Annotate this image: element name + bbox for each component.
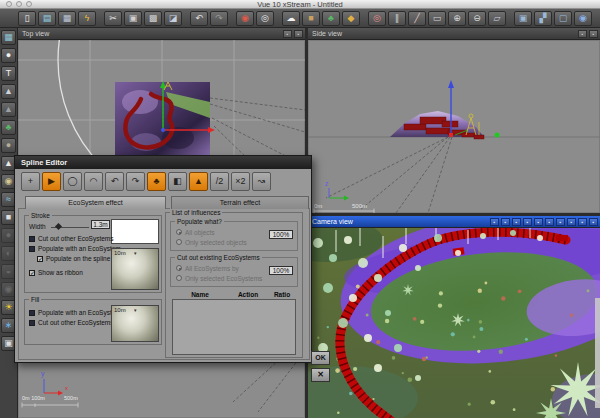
spline-editor-dialog[interactable]: Spline Editor +▶◯◠↶↷♣◧▲/2×2↝ EcoSystem e… — [14, 155, 312, 363]
top-view-header[interactable]: Top view ▪▪ — [18, 28, 305, 40]
fill-preview-caret-icon[interactable]: ▾ — [134, 307, 137, 313]
safe-frame-icon[interactable]: ▢ — [554, 11, 572, 26]
cut-icon[interactable]: ✂ — [104, 11, 122, 26]
render-view-icon[interactable]: ▪ — [490, 218, 499, 226]
undo-icon[interactable]: ↶ — [190, 11, 208, 26]
camera-scrollbar[interactable] — [595, 298, 600, 408]
paste-special-icon[interactable]: ◪ — [164, 11, 182, 26]
side-viewport[interactable]: z 0m 500m — [308, 40, 600, 213]
side-view-header[interactable]: Side view ▪▪ — [308, 28, 600, 40]
redo-icon[interactable]: ↷ — [126, 172, 145, 191]
tab-ecosystem-effect[interactable]: EcoSystem effect — [25, 196, 166, 209]
copy-icon[interactable]: ▣ — [124, 11, 142, 26]
redo-icon[interactable]: ↷ — [210, 11, 228, 26]
side-viewport-canvas[interactable]: z 0m 500m — [308, 40, 600, 213]
create-rock-icon[interactable]: ● — [1, 138, 16, 153]
terrain-carve-icon[interactable]: ▲ — [189, 172, 208, 191]
save-file-icon[interactable]: ▦ — [58, 11, 76, 26]
gizmo-origin-side[interactable] — [449, 133, 453, 137]
create-procedural-terrain-icon[interactable]: ▲ — [1, 102, 16, 117]
quick-render-icon[interactable]: ϟ — [78, 11, 96, 26]
radio-all-ecosystems-by[interactable]: All EcoSystems by — [176, 264, 239, 272]
stroke-color-swatch[interactable] — [111, 219, 159, 244]
dialog-title[interactable]: Spline Editor — [15, 156, 311, 169]
maximize-icon[interactable]: ▪ — [589, 30, 598, 38]
create-terrain-icon[interactable]: ▲ — [1, 84, 16, 99]
width-value[interactable]: 1.3m — [91, 220, 110, 229]
edit-material-icon[interactable]: ◆ — [342, 11, 360, 26]
new-file-icon[interactable]: ▯ — [18, 11, 36, 26]
camera-view-header[interactable]: Camera view ▪▪▪▪▪▪▪▪▪▪ — [308, 216, 600, 228]
close-curve-icon[interactable]: ◯ — [63, 172, 82, 191]
snapshot-icon[interactable]: ▪ — [589, 218, 598, 226]
checkbox-populate-with-an-ecosystem[interactable]: Populate with an EcoSystem — [29, 244, 121, 253]
step-back-icon[interactable]: ▪ — [556, 218, 565, 226]
zoom-out-icon[interactable]: ⊖ — [468, 11, 486, 26]
width-slider-handle[interactable] — [55, 223, 62, 230]
scene-preview-icon[interactable]: ▦ — [1, 30, 16, 45]
display-mode-icon[interactable]: ▪ — [512, 218, 521, 226]
stroke-ecosystem-preview[interactable]: 10m ▾ — [111, 248, 159, 290]
show-picture-icon[interactable]: ▣ — [514, 11, 532, 26]
radio-only-selected-objects[interactable]: Only selected objects — [176, 238, 247, 246]
table-header-action[interactable]: Action — [228, 291, 268, 298]
cancel-button[interactable]: ✕ — [311, 368, 330, 382]
checkbox-cut-out-other-ecosystems[interactable]: Cut out other EcoSystems — [29, 318, 114, 327]
load-plant-icon[interactable]: ♣ — [322, 11, 340, 26]
multiply-by-2-icon[interactable]: ×2 — [231, 172, 250, 191]
statistics-icon[interactable]: ∥ — [388, 11, 406, 26]
add-point-icon[interactable]: + — [21, 172, 40, 191]
convert-spline-icon[interactable]: ↝ — [252, 172, 271, 191]
camera-icon[interactable]: ▪ — [283, 30, 292, 38]
render-icon[interactable]: ◉ — [236, 11, 254, 26]
ok-button[interactable]: OK — [311, 351, 330, 365]
red-object-2[interactable] — [556, 235, 568, 241]
create-sphere-icon[interactable]: ● — [1, 48, 16, 63]
stroke-preview-caret-icon[interactable]: ▾ — [134, 250, 137, 256]
fill-ecosystem-preview[interactable]: 10m ▾ — [111, 305, 159, 342]
step-forward-icon[interactable]: ▪ — [578, 218, 587, 226]
paste-icon[interactable]: ▩ — [144, 11, 162, 26]
preview-render-icon[interactable]: ◎ — [368, 11, 386, 26]
checkbox-populate-with-an-ecosystem[interactable]: Populate with an EcoSystem — [29, 308, 121, 317]
populate-percent-value[interactable]: 100% — [269, 230, 293, 239]
checkbox-populate-on-the-spline[interactable]: ✓Populate on the spline — [37, 254, 110, 263]
grid-toggle-icon[interactable]: ▪ — [545, 218, 554, 226]
radio-only-selected-ecosystems[interactable]: Only selected EcoSystems — [176, 274, 262, 282]
table-header-name[interactable]: Name — [172, 291, 228, 298]
animation-setup-icon[interactable]: ▞ — [534, 11, 552, 26]
influences-table-body[interactable] — [172, 299, 296, 355]
zoom-region-icon[interactable]: ▭ — [428, 11, 446, 26]
gizmo-y-handle-side[interactable] — [495, 133, 500, 138]
object-drop-icon[interactable]: ◧ — [168, 172, 187, 191]
open-file-icon[interactable]: ▤ — [38, 11, 56, 26]
sync-icon[interactable]: ▪ — [534, 218, 543, 226]
table-header-ratio[interactable]: Ratio — [268, 291, 296, 298]
render-options-icon[interactable]: ◎ — [256, 11, 274, 26]
maximize-icon[interactable]: ▪ — [294, 30, 303, 38]
load-object-icon[interactable]: ■ — [302, 11, 320, 26]
camera-viewport[interactable] — [308, 228, 600, 418]
checkbox-show-as-ribbon[interactable]: ✓Show as ribbon — [29, 268, 83, 277]
create-plant-icon[interactable]: ♣ — [1, 120, 16, 135]
camera-icon[interactable]: ▪ — [578, 30, 587, 38]
edit-point-icon[interactable]: ▶ — [42, 172, 61, 191]
create-text-icon[interactable]: T — [1, 66, 16, 81]
render-camera-icon[interactable]: ◉ — [574, 11, 592, 26]
cutout-percent-value[interactable]: 100% — [269, 266, 293, 275]
tab-terrain-effect[interactable]: Terrain effect — [171, 196, 309, 209]
atmosphere-editor-icon[interactable]: ☁ — [282, 11, 300, 26]
duplicate-icon[interactable]: ▱ — [488, 11, 506, 26]
play-icon[interactable]: ▪ — [567, 218, 576, 226]
gizmo-center[interactable] — [161, 128, 165, 132]
lock-view-icon[interactable]: ▪ — [501, 218, 510, 226]
solid-mode-icon[interactable]: ▪ — [523, 218, 532, 226]
camera-viewport-canvas[interactable] — [308, 228, 600, 418]
checkbox-cut-out-other-ecosystems[interactable]: Cut out other EcoSystems — [29, 234, 114, 243]
ecosystem-brush-icon[interactable]: ♣ — [147, 172, 166, 191]
undo-icon[interactable]: ↶ — [105, 172, 124, 191]
zoom-in-icon[interactable]: ⊕ — [448, 11, 466, 26]
profile-tool-icon[interactable]: ╱ — [408, 11, 426, 26]
divide-by-2-icon[interactable]: /2 — [210, 172, 229, 191]
radio-all-objects[interactable]: All objects — [176, 228, 215, 236]
